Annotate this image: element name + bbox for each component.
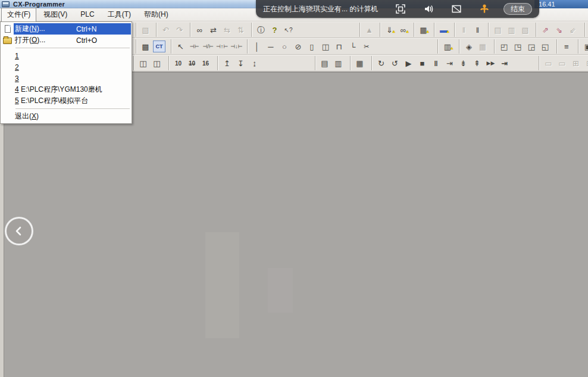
doc-pointer-icon[interactable]: ▧ (519, 24, 531, 36)
contact-or-open-icon[interactable]: ⊣↑⊢ (215, 40, 229, 52)
menubar-item-tools[interactable]: 工具(T) (102, 8, 137, 22)
contact-open-icon[interactable]: ⊣⊢ (188, 40, 201, 52)
select-cursor-icon[interactable]: ↖ (174, 40, 187, 52)
compare-icon[interactable]: ⇄ (207, 24, 220, 36)
coil-closed-icon[interactable]: ⊘ (292, 40, 304, 52)
menu-item-recent-2[interactable]: 2 (1, 61, 131, 73)
instruction-set-icon[interactable]: ◫ (319, 40, 331, 52)
hex-view-icon[interactable]: 16 (199, 57, 212, 69)
help-icon[interactable]: ? (268, 24, 281, 36)
window-pointer-icon[interactable] (451, 3, 462, 15)
paste-icon[interactable]: ▧ (139, 24, 152, 36)
ct-view-icon[interactable]: CT (153, 40, 165, 52)
monitor-window-icon[interactable]: ▣ (581, 40, 588, 52)
print-program-icon[interactable]: ▥ (332, 57, 345, 69)
cross-reference-icon[interactable]: ⇗ (539, 24, 552, 36)
menu-item-recent-5[interactable]: 5 E:\PLC程序\模拟平台 (1, 95, 131, 107)
function-block-icon[interactable]: ⊓ (333, 40, 345, 52)
toolbar-group: ≡ (556, 39, 576, 54)
program-transfer-icon[interactable]: ▥ (441, 40, 453, 52)
doc-compare-icon[interactable]: ▤ (492, 24, 504, 36)
new-document-icon-cell (1, 25, 14, 33)
page-monitor-icon[interactable]: ↨ (248, 57, 261, 69)
compile-icon[interactable]: ◈ (462, 40, 475, 52)
online-edit-icon[interactable]: ▦ (354, 57, 366, 69)
delete-line-icon[interactable]: ✂ (360, 40, 373, 52)
vertical-line-icon[interactable]: │ (251, 40, 263, 52)
menu-item-body: 3 (14, 73, 131, 84)
contact-closed-icon[interactable]: ⊣/⊢ (202, 40, 214, 52)
page-up-icon[interactable]: ↥ (221, 57, 233, 69)
forced-reset-icon[interactable]: ⊟ (583, 57, 588, 69)
decimal-view-icon[interactable]: 10 (172, 57, 184, 69)
page-down-icon[interactable]: ↧ (234, 57, 247, 69)
transfer-plc-icon[interactable]: ▬ (437, 24, 450, 36)
forced-set-icon[interactable]: ⊞ (570, 57, 582, 69)
pause-sim-icon[interactable]: ‖ (430, 57, 442, 69)
toolbar-group: ▧ (136, 23, 155, 37)
signed-decimal-icon[interactable]: 10 (186, 57, 198, 69)
run-to-break-icon[interactable]: ⇥ (443, 57, 456, 69)
doc-transfer-icon[interactable]: ▥ (505, 24, 518, 36)
coil-icon[interactable]: ○ (278, 40, 290, 52)
context-help-icon[interactable]: ↖? (282, 24, 295, 36)
back-overlay-button[interactable] (5, 217, 33, 245)
menubar-item-plc[interactable]: PLC (74, 8, 100, 21)
reference-back-icon[interactable]: ⇙ (567, 24, 579, 36)
edit-insert-icon[interactable]: ◱ (539, 40, 551, 52)
instruction-box-icon[interactable]: ▯ (305, 40, 318, 52)
scan-run-icon[interactable]: ⇥ (498, 57, 511, 69)
stop-icon[interactable]: ■ (416, 57, 429, 69)
pause-icon[interactable]: ‖ (471, 24, 484, 36)
memory-cascade-icon[interactable]: ▭ (556, 57, 568, 69)
continuous-step-icon[interactable]: ▶▶ (484, 57, 497, 69)
save-all-icon[interactable]: ▤ (318, 57, 331, 69)
horizontal-line-icon[interactable]: ─ (264, 40, 277, 52)
replace-icon[interactable]: ⇆ (221, 24, 233, 36)
toolbar-group: ▦ (350, 56, 369, 70)
retrace-icon[interactable]: ⇅ (234, 24, 247, 36)
menubar-item-view[interactable]: 视图(V) (37, 8, 73, 22)
window-split-icon[interactable]: ◫ (137, 57, 149, 69)
info-icon[interactable]: ⓘ (255, 24, 267, 36)
fullscreen-icon[interactable] (395, 3, 406, 15)
find-icon[interactable]: ∞ (193, 24, 206, 36)
contact-or-closed-icon[interactable]: ⊣↓⊢ (230, 40, 243, 52)
pause-ghost-icon[interactable]: ‖ (458, 24, 470, 36)
address-reference-icon[interactable]: ⇘ (553, 24, 565, 36)
symbol-list-icon[interactable]: ≡ (560, 40, 573, 52)
toolbar-group: ◫◫ (133, 56, 166, 70)
online-search-icon[interactable]: ∞ (397, 24, 409, 36)
menubar-item-help[interactable]: 帮助(H) (138, 8, 174, 22)
edit-check-icon[interactable]: ◲ (525, 40, 537, 52)
menu-item-exit[interactable]: 退出(X) (1, 111, 131, 122)
memory-view-icon[interactable]: ▭ (542, 57, 555, 69)
menu-item-shortcut: Ctrl+O (76, 36, 131, 45)
menu-item-recent-3[interactable]: 3 (1, 73, 131, 84)
compile-all-icon[interactable]: ▦ (476, 40, 489, 52)
step-in-icon[interactable]: ⇟ (457, 57, 470, 69)
menu-item-recent-1[interactable]: 1 (1, 50, 131, 61)
menu-item-new[interactable]: 新建(N)...Ctrl+N (1, 23, 131, 35)
volume-icon[interactable] (423, 3, 434, 15)
edit-up-icon[interactable]: ◰ (498, 40, 510, 52)
edit-delete-icon[interactable]: ◳ (511, 40, 524, 52)
save-plc-icon[interactable]: ▦ (417, 24, 430, 36)
simulator-scan-icon[interactable]: ↺ (389, 57, 401, 69)
corner-line-icon[interactable]: └ (346, 40, 359, 52)
menu-item-recent-4[interactable]: 4 E:\PLC程序\YGM130磨机 (1, 84, 131, 95)
work-online-icon[interactable]: ▲ (363, 24, 376, 36)
window-cascade-icon[interactable]: ◫ (151, 57, 163, 69)
run-icon[interactable]: ▶ (402, 57, 415, 69)
end-control-button[interactable]: 结束 (503, 3, 532, 15)
step-out-icon[interactable]: ⇞ (471, 57, 483, 69)
simulator-online-icon[interactable]: ↻ (375, 57, 387, 69)
undo-icon[interactable]: ↶ (159, 24, 172, 36)
mnemonic-view-icon[interactable]: ▩ (139, 40, 152, 52)
download-plc-icon[interactable]: ⇓ (383, 24, 396, 36)
toolbar-group: ▤▥ (315, 56, 348, 70)
redo-icon[interactable]: ↷ (173, 24, 186, 36)
marker-tool-icon[interactable] (478, 3, 490, 15)
menubar-item-file[interactable]: 文件(F) (1, 8, 36, 22)
menu-item-open[interactable]: 打开(O)...Ctrl+O (1, 35, 131, 46)
